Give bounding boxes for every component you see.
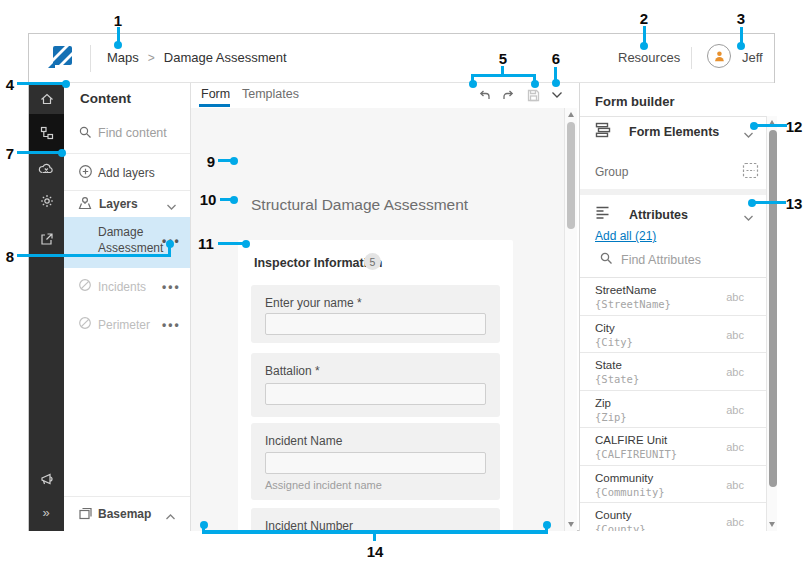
callout-dot <box>552 79 560 87</box>
chevron-down-icon[interactable] <box>166 197 177 215</box>
tab-form[interactable]: Form <box>201 87 230 101</box>
callout-9: 9 <box>207 153 215 170</box>
callout-3: 3 <box>737 10 745 27</box>
user-avatar[interactable] <box>707 44 731 68</box>
layer-item-perimeter[interactable]: Perimeter ••• <box>64 306 190 340</box>
breadcrumb-maps-link[interactable]: Maps <box>107 50 139 65</box>
breadcrumb-separator: > <box>148 51 155 65</box>
callout-12: 12 <box>786 118 803 135</box>
field-type-abc: abc <box>726 366 744 378</box>
group-element-item[interactable]: Group <box>595 165 628 179</box>
form-builder-panel: Form builder Form Elements Group Attribu… <box>579 83 776 531</box>
layer-item-incidents[interactable]: Incidents ••• <box>64 268 190 302</box>
callout-7: 7 <box>6 145 14 162</box>
form-elements-header[interactable]: Form Elements <box>629 125 719 139</box>
attributes-list: StreetName {StreetName} abc City {City} … <box>580 277 766 531</box>
text-input[interactable] <box>265 452 486 474</box>
callout-13: 13 <box>786 195 803 212</box>
save-icon[interactable] <box>524 86 542 104</box>
canvas-scrollbar[interactable] <box>564 108 577 531</box>
callout-line <box>117 27 120 42</box>
add-layers-button[interactable]: Add layers <box>64 154 190 190</box>
callout-dot <box>230 157 238 165</box>
callout-6: 6 <box>552 50 560 67</box>
scroll-up-icon[interactable] <box>568 112 574 117</box>
attribute-row-calfire-unit[interactable]: CALFIRE Unit {CALFIREUNIT} abc <box>580 428 766 466</box>
scrollbar-thumb[interactable] <box>769 130 777 487</box>
overflow-menu-icon[interactable]: ••• <box>162 280 181 294</box>
divider <box>580 116 777 117</box>
callout-dot <box>230 196 238 204</box>
feedback-megaphone-icon[interactable] <box>29 463 64 495</box>
builder-scrollbar[interactable] <box>766 116 777 531</box>
form-group-card[interactable]: Inspector Information 5 Enter your name … <box>238 240 513 531</box>
add-all-link[interactable]: Add all (21) <box>595 229 656 243</box>
callout-line <box>218 242 244 245</box>
overflow-menu-icon[interactable]: ••• <box>162 318 181 332</box>
app-header: Maps>Damage Assessment Resources Jeff <box>29 34 774 83</box>
find-content-input[interactable]: Find content <box>98 126 167 140</box>
form-field-incident-name[interactable]: Incident Name Assigned incident name <box>251 423 500 500</box>
redo-icon[interactable] <box>499 86 517 104</box>
form-field-incident-number[interactable]: Incident Number Assigned incident number <box>251 508 500 531</box>
chevron-up-icon[interactable] <box>165 507 176 525</box>
callout-dot <box>750 122 758 130</box>
callout-line <box>373 534 376 541</box>
visibility-off-icon <box>78 278 92 296</box>
form-title[interactable]: Structural Damage Assessment <box>251 196 468 214</box>
callout-line <box>755 201 786 204</box>
search-icon <box>599 251 613 269</box>
group-element-icon[interactable] <box>742 162 759 183</box>
callout-dot <box>543 521 551 529</box>
basemap-row[interactable]: Basemap <box>64 496 190 531</box>
text-input[interactable] <box>265 313 486 335</box>
home-icon[interactable] <box>29 83 64 115</box>
attributes-icon <box>595 205 613 225</box>
callout-dot <box>737 42 745 50</box>
attribute-row-county[interactable]: County {County} abc <box>580 503 766 531</box>
attribute-row-community[interactable]: Community {Community} abc <box>580 466 766 504</box>
layers-map-icon <box>77 195 93 215</box>
resources-link[interactable]: Resources <box>618 50 680 65</box>
attribute-row-state[interactable]: State {State} abc <box>580 353 766 391</box>
text-input[interactable] <box>265 383 486 405</box>
attribute-row-streetname[interactable]: StreetName {StreetName} abc <box>580 278 766 316</box>
callout-line <box>643 26 646 43</box>
scroll-down-icon[interactable] <box>568 522 574 527</box>
tab-templates[interactable]: Templates <box>242 87 299 101</box>
callout-line <box>740 27 743 43</box>
attribute-row-city[interactable]: City {City} abc <box>580 316 766 354</box>
scrollbar-thumb[interactable] <box>567 122 575 229</box>
undo-icon[interactable] <box>475 86 493 104</box>
callout-dot <box>640 42 648 50</box>
callout-5: 5 <box>499 50 507 67</box>
scroll-down-icon[interactable] <box>769 522 775 527</box>
attributes-header[interactable]: Attributes <box>629 208 688 222</box>
app-window: Maps>Damage Assessment Resources Jeff <box>28 33 775 531</box>
form-builder-title: Form builder <box>595 94 674 109</box>
basemap-icon <box>78 506 93 525</box>
field-type-abc: abc <box>726 404 744 416</box>
callout-dot <box>242 240 250 248</box>
offline-cloud-icon[interactable] <box>29 152 64 184</box>
settings-gear-icon[interactable] <box>29 185 64 217</box>
callout-dot <box>114 41 122 49</box>
share-export-icon[interactable] <box>29 223 64 255</box>
callout-8: 8 <box>6 248 14 265</box>
form-canvas-column: Form Templates Structural Damage Assessm… <box>191 83 577 531</box>
layer-name: Perimeter <box>98 318 150 332</box>
collapse-rail-icon[interactable]: » <box>29 496 64 528</box>
user-name[interactable]: Jeff <box>742 50 763 65</box>
chevron-down-icon[interactable] <box>743 208 754 226</box>
active-tab-underline <box>199 104 230 107</box>
chevron-down-icon[interactable] <box>548 86 566 104</box>
add-circle-icon <box>78 164 93 183</box>
attribute-row-zip[interactable]: Zip {Zip} abc <box>580 391 766 429</box>
callout-bracket <box>471 74 536 77</box>
form-field-name[interactable]: Enter your name * <box>251 285 500 343</box>
form-field-battalion[interactable]: Battalion * <box>251 353 500 417</box>
layers-section-header[interactable]: Layers <box>64 190 190 217</box>
find-attributes-input[interactable]: Find Attributes <box>621 253 701 267</box>
content-layers-icon[interactable] <box>29 114 64 151</box>
callout-dot <box>62 80 70 88</box>
